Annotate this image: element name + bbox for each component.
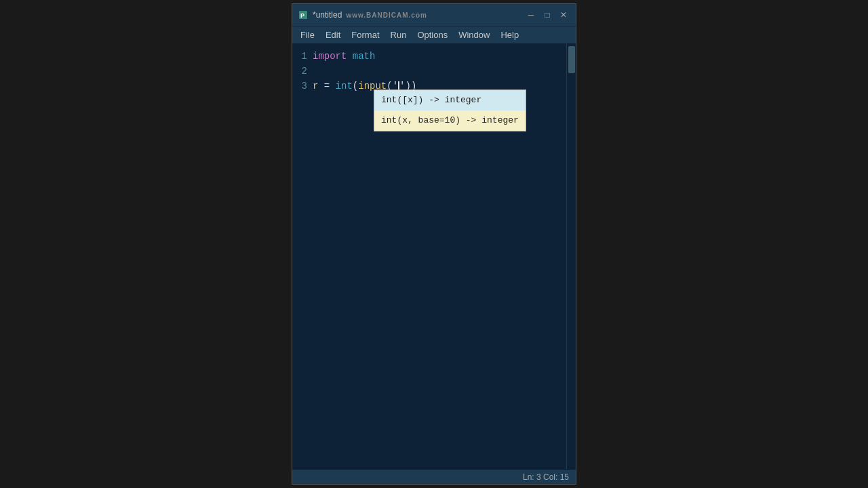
minimize-button[interactable]: ─ bbox=[524, 8, 538, 22]
menu-window[interactable]: Window bbox=[453, 28, 495, 41]
menu-bar: File Edit Format Run Options Window Help bbox=[292, 26, 576, 43]
code-line-1: import math bbox=[313, 49, 566, 64]
svg-text:P: P bbox=[300, 12, 304, 19]
token-var-r: r bbox=[313, 79, 318, 94]
menu-edit[interactable]: Edit bbox=[320, 28, 346, 41]
menu-options[interactable]: Options bbox=[412, 28, 453, 41]
window-title: *untitled bbox=[313, 10, 342, 20]
code-area[interactable]: 1 2 3 import math r = int(input('​')) bbox=[292, 43, 566, 469]
menu-run[interactable]: Run bbox=[385, 28, 412, 41]
watermark-text: www.BANDICAM.com bbox=[346, 12, 427, 19]
menu-format[interactable]: Format bbox=[346, 28, 384, 41]
editor-main[interactable]: 1 2 3 import math r = int(input('​')) bbox=[292, 43, 566, 469]
menu-help[interactable]: Help bbox=[495, 28, 524, 41]
vertical-scrollbar[interactable] bbox=[566, 43, 576, 469]
scrollbar-thumb[interactable] bbox=[568, 46, 575, 73]
autocomplete-popup: int([x]) -> integer int(x, base=10) -> i… bbox=[374, 89, 526, 131]
window-controls: ─ □ ✕ bbox=[524, 8, 570, 22]
line-number-2: 2 bbox=[302, 64, 307, 79]
app-icon: P bbox=[298, 9, 309, 20]
line-numbers: 1 2 3 bbox=[292, 49, 313, 464]
line-number-1: 1 bbox=[302, 49, 307, 64]
editor-container: 1 2 3 import math r = int(input('​')) bbox=[292, 43, 576, 469]
token-paren-open: ( bbox=[353, 79, 358, 94]
token-int: int bbox=[336, 79, 353, 94]
close-button[interactable]: ✕ bbox=[557, 8, 570, 22]
main-window: P *untitled www.BANDICAM.com ─ □ ✕ File … bbox=[292, 3, 576, 485]
token-import-module: math bbox=[353, 49, 376, 64]
code-line-2 bbox=[313, 64, 566, 79]
menu-file[interactable]: File bbox=[295, 28, 320, 41]
line-number-3: 3 bbox=[302, 79, 307, 94]
status-text: Ln: 3 Col: 15 bbox=[523, 472, 569, 482]
maximize-button[interactable]: □ bbox=[540, 8, 554, 22]
title-bar-left: P *untitled www.BANDICAM.com bbox=[298, 9, 427, 20]
token-import-kw: import bbox=[313, 49, 353, 64]
token-equals: = bbox=[318, 79, 335, 94]
autocomplete-item-2[interactable]: int(x, base=10) -> integer bbox=[374, 110, 526, 131]
code-lines[interactable]: import math r = int(input('​')) int([x])… bbox=[313, 49, 566, 464]
autocomplete-item-1[interactable]: int([x]) -> integer bbox=[374, 90, 526, 110]
status-bar: Ln: 3 Col: 15 bbox=[292, 469, 576, 484]
title-bar: P *untitled www.BANDICAM.com ─ □ ✕ bbox=[292, 4, 576, 26]
